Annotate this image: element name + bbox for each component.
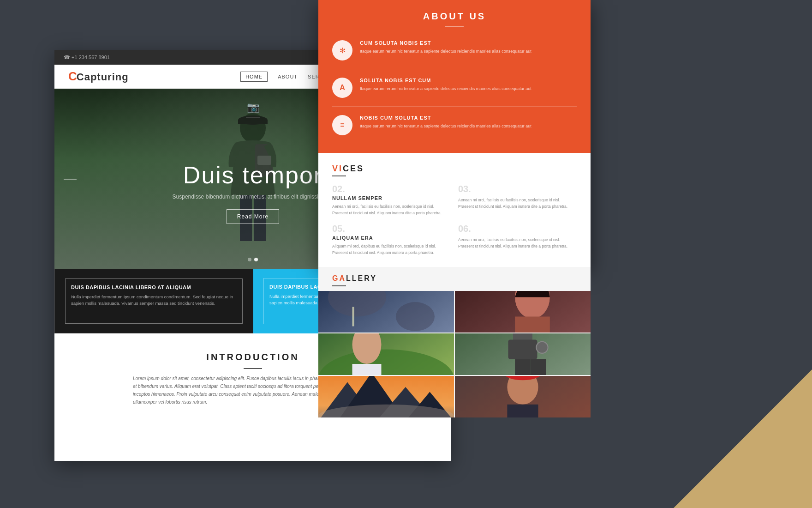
svg-rect-24 (531, 359, 546, 375)
service-text-4: Aenean mi orci, facilisis eu facilisis n… (458, 237, 577, 249)
phone-number: ☎ +1 234 567 8901 (64, 54, 110, 60)
feature-box-dark-border: DUIS DAPIBUS LACINIA LIBERO AT ALIQUAM N… (65, 278, 243, 324)
nav-home[interactable]: HOME (240, 72, 268, 82)
about-item-title-2: SOLUTA NOBIS EST CUM (360, 78, 531, 83)
read-more-button[interactable]: Read More (227, 209, 279, 224)
about-item-title-3: NOBIS CUM SOLUTA EST (360, 115, 531, 121)
service-item-1: 02. NULLAM SEMPER Aenean mi orci, facili… (332, 184, 451, 216)
about-item-content-2: SOLUTA NOBIS EST CUM Itaque earum rerum … (360, 78, 531, 92)
about-item-2: A SOLUTA NOBIS EST CUM Itaque earum reru… (332, 69, 577, 107)
svg-rect-14 (515, 317, 550, 333)
gallery-item-1[interactable] (318, 291, 454, 333)
left-arrow[interactable] (64, 179, 77, 180)
about-item-text-2: Itaque earum rerum hic teneatur a sapien… (360, 85, 531, 92)
gallery-header: GALLERY (318, 267, 591, 291)
hero-subtitle: Suspendisse bibendum dictum metus, at fi… (173, 194, 334, 200)
feature-box-dark: DUIS DAPIBUS LACINIA LIBERO AT ALIQUAM N… (54, 269, 253, 333)
service-name-1: NULLAM SEMPER (332, 195, 451, 201)
services-title-accent: VI (332, 164, 343, 173)
feature-box-dark-text: Nulla imperdiet fermentum ipsum condimen… (71, 294, 237, 307)
about-item-content-1: CUM SOLUTA NOBIS EST Itaque earum rerum … (360, 40, 531, 54)
hero-dots (248, 258, 258, 261)
services-title: VICES (332, 164, 577, 174)
about-item-1: ✻ CUM SOLUTA NOBIS EST Itaque earum reru… (332, 32, 577, 69)
right-panel: ABOUT US ✻ CUM SOLUTA NOBIS EST Itaque e… (318, 0, 591, 268)
feature-box-dark-title: DUIS DAPIBUS LACINIA LIBERO AT ALIQUAM (71, 284, 237, 290)
about-item-3: ≡ NOBIS CUM SOLUTA EST Itaque earum reru… (332, 107, 577, 144)
svg-rect-10 (352, 307, 354, 327)
letter-a-icon: A (340, 84, 345, 92)
svg-rect-21 (508, 340, 537, 359)
hero-title: Duis tempor (183, 161, 322, 189)
nav-about[interactable]: ABOUT (278, 74, 298, 79)
services-grid: 02. NULLAM SEMPER Aenean mi orci, facili… (332, 184, 577, 256)
about-divider (445, 26, 464, 27)
service-name-3: ALIQUAM ERA (332, 235, 451, 241)
about-section: ABOUT US ✻ CUM SOLUTA NOBIS EST Itaque e… (318, 0, 591, 153)
about-item-text-1: Itaque earum rerum hic teneatur a sapien… (360, 48, 531, 54)
service-num-1: 02. (332, 184, 451, 194)
gold-triangle (674, 369, 812, 508)
menu-icon: ≡ (340, 121, 344, 129)
svg-point-22 (536, 342, 548, 353)
logo-text: Capturing (77, 71, 129, 83)
service-text-2: Aenean mi orci, facilisis eu facilisis n… (458, 197, 577, 210)
svg-rect-3 (238, 120, 268, 124)
gallery-item-5[interactable] (318, 376, 454, 417)
gallery-title: GALLERY (332, 274, 577, 283)
about-item-content-3: NOBIS CUM SOLUTA EST Itaque earum rerum … (360, 115, 531, 129)
svg-rect-23 (515, 359, 531, 375)
about-icon-circle-3: ≡ (332, 115, 352, 135)
intro-divider (244, 368, 262, 369)
gallery-item-4[interactable] (455, 333, 591, 375)
gallery-grid (318, 291, 591, 417)
service-item-3: 05. ALIQUAM ERA Aliquam mi orci, dapibus… (332, 224, 451, 256)
svg-point-11 (396, 302, 435, 331)
about-title: ABOUT US (332, 11, 577, 22)
service-text-1: Aenean mi orci, facilisis eu facilisis n… (332, 204, 451, 216)
star-icon: ✻ (340, 46, 346, 55)
gallery-item-6[interactable] (455, 376, 591, 417)
about-items: ✻ CUM SOLUTA NOBIS EST Itaque earum reru… (332, 32, 577, 144)
service-num-4: 06. (458, 224, 577, 234)
about-icon-circle-1: ✻ (332, 40, 352, 60)
service-num-3: 05. (332, 224, 451, 234)
services-section: VICES 02. NULLAM SEMPER Aenean mi orci, … (318, 153, 591, 267)
hero-dot-1[interactable] (248, 258, 251, 261)
services-divider (332, 175, 346, 176)
gallery-item-2[interactable] (455, 291, 591, 333)
about-icon-circle-2: A (332, 78, 352, 98)
svg-rect-18 (352, 364, 382, 375)
svg-rect-36 (507, 405, 538, 417)
service-num-2: 03. (458, 184, 577, 194)
gallery-divider (332, 285, 346, 286)
service-text-3: Aliquam mi orci, dapibus eu facilisis no… (332, 243, 451, 256)
service-item-4: 06. Aenean mi orci, facilisis eu facilis… (458, 224, 577, 256)
about-item-title-1: CUM SOLUTA NOBIS EST (360, 40, 531, 46)
site-logo: CCapturing (68, 69, 129, 84)
gallery-item-3[interactable] (318, 333, 454, 375)
about-item-text-3: Itaque earum rerum hic teneatur a sapien… (360, 123, 531, 129)
hero-dot-2[interactable] (254, 258, 258, 261)
logo-letter-c: C (68, 69, 78, 83)
gallery-title-accent: GA (332, 274, 346, 282)
service-item-2: 03. Aenean mi orci, facilisis eu facilis… (458, 184, 577, 216)
